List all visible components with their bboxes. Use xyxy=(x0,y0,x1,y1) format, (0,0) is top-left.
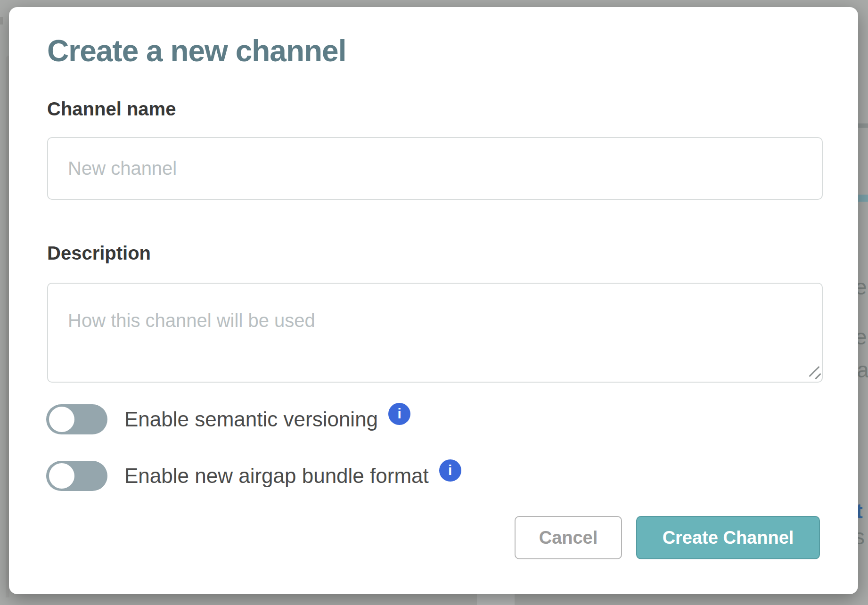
info-icon[interactable]: i xyxy=(388,403,410,425)
airgap-format-label: Enable new airgap bundle format xyxy=(124,464,429,488)
description-textarea[interactable] xyxy=(47,283,823,383)
dialog-title: Create a new channel xyxy=(47,33,346,68)
cancel-button[interactable]: Cancel xyxy=(515,516,622,559)
background-strip-fragment xyxy=(477,594,515,605)
background-notch-fragment xyxy=(0,17,3,25)
create-channel-dialog: Create a new channel Channel name Descri… xyxy=(9,7,858,594)
info-icon[interactable]: i xyxy=(439,459,461,482)
dialog-footer: Cancel Create Channel xyxy=(515,516,820,559)
background-divider-fragment xyxy=(858,123,868,128)
textarea-resize-handle[interactable] xyxy=(805,363,821,379)
description-label: Description xyxy=(47,243,151,264)
semantic-versioning-toggle[interactable] xyxy=(46,404,107,434)
channel-name-input[interactable] xyxy=(47,137,823,200)
toggle-knob xyxy=(49,463,74,489)
semantic-versioning-row: Enable semantic versioning i xyxy=(46,404,410,434)
airgap-format-toggle[interactable] xyxy=(46,461,107,491)
semantic-versioning-label: Enable semantic versioning xyxy=(124,408,378,431)
create-channel-button[interactable]: Create Channel xyxy=(636,516,820,559)
channel-name-label: Channel name xyxy=(47,98,176,120)
background-teal-bar-fragment xyxy=(858,195,868,202)
toggle-knob xyxy=(49,407,74,432)
airgap-format-row: Enable new airgap bundle format i xyxy=(46,461,461,491)
